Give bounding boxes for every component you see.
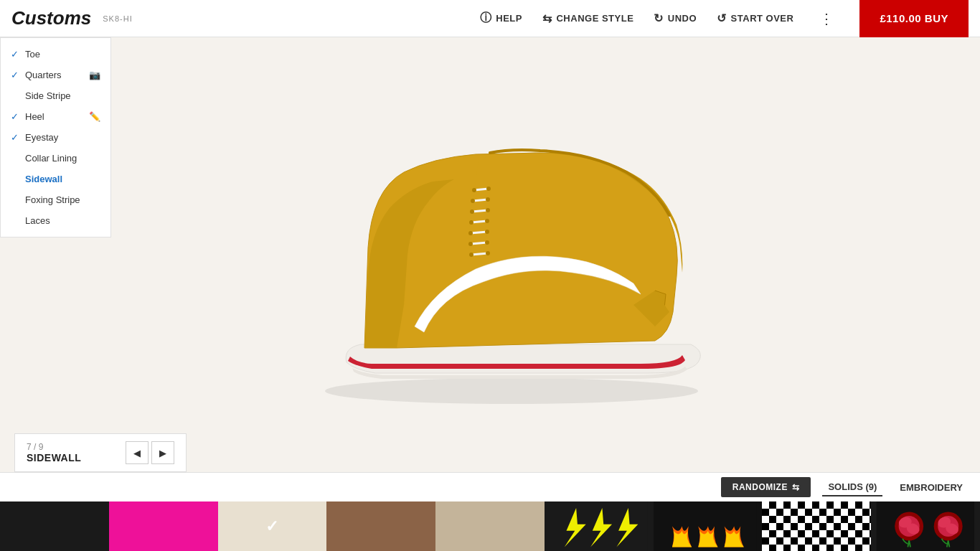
svg-point-14	[486, 251, 490, 255]
logo-text: Customs	[11, 7, 91, 29]
svg-point-7	[469, 220, 473, 225]
nav-arrows: ◀ ▶	[126, 441, 174, 464]
sidebar-item-toe[interactable]: ✓ Toe	[1, 44, 110, 65]
embroidery-tab[interactable]: EMBROIDERY	[894, 479, 969, 496]
color-bar: RANDOMIZE ⇆ SOLIDS (9) EMBROIDERY ✓	[0, 472, 980, 551]
selected-check-icon: ✓	[265, 517, 278, 536]
start-over-nav-item[interactable]: ↺ START OVER	[717, 11, 793, 25]
undo-label: UNDO	[668, 13, 697, 24]
swatch-flame[interactable]	[654, 501, 763, 551]
check-placeholder	[11, 215, 21, 226]
step-counter: 7 / 9	[27, 442, 120, 452]
current-part-label: SIDEWALL	[27, 452, 120, 463]
sidebar-menu: ✓ Toe ✓ Quarters 📷 Side Stripe ✓ Heel ✏️…	[0, 37, 111, 237]
swatch-selected[interactable]: ✓	[218, 501, 327, 551]
sidebar-item-label: Quarters	[25, 70, 62, 80]
svg-point-12	[485, 240, 489, 245]
undo-icon: ↻	[654, 11, 664, 25]
sidebar-item-label: Sidewall	[25, 174, 62, 184]
svg-point-0	[325, 378, 698, 404]
header-nav: ⓘ HELP ⇆ CHANGE STYLE ↻ UNDO ↺ START OVE…	[480, 0, 969, 37]
start-over-icon: ↺	[717, 11, 727, 25]
svg-point-9	[468, 231, 473, 235]
shuffle-icon: ⇆	[792, 482, 800, 492]
sidebar-item-heel[interactable]: ✓ Heel ✏️	[1, 106, 110, 127]
sidebar-item-eyestay[interactable]: ✓ Eyestay	[1, 127, 110, 148]
next-arrow-button[interactable]: ▶	[151, 441, 174, 464]
shoe-svg	[289, 104, 734, 405]
svg-point-10	[485, 230, 489, 234]
sidebar-item-label: Collar Lining	[25, 153, 77, 164]
start-over-label: START OVER	[731, 13, 794, 24]
sidebar-item-label: Foxing Stripe	[25, 194, 80, 205]
sidebar-item-side-stripe[interactable]: Side Stripe	[1, 85, 110, 106]
swatch-black[interactable]	[0, 501, 109, 551]
logo-subtitle: SK8-HI	[103, 14, 132, 23]
svg-point-4	[486, 197, 490, 202]
svg-point-1	[472, 188, 476, 192]
check-placeholder	[11, 90, 21, 101]
randomize-label: RANDOMIZE	[732, 482, 788, 492]
check-placeholder	[11, 153, 21, 164]
help-icon: ⓘ	[480, 11, 492, 26]
main-canvas	[0, 37, 980, 472]
sidebar-item-foxing-stripe[interactable]: Foxing Stripe	[1, 189, 110, 210]
swatch-pink[interactable]	[109, 501, 218, 551]
sidebar-item-label: Side Stripe	[25, 90, 71, 101]
header: Customs SK8-HI ⓘ HELP ⇆ CHANGE STYLE ↻ U…	[0, 0, 980, 37]
sidebar-item-label: Toe	[25, 49, 40, 60]
check-icon: ✓	[11, 132, 21, 143]
sidebar-item-laces[interactable]: Laces	[1, 210, 110, 231]
header-left: Customs SK8-HI	[11, 7, 133, 29]
check-placeholder	[11, 194, 21, 205]
svg-point-5	[470, 209, 474, 214]
undo-nav-item[interactable]: ↻ UNDO	[654, 11, 697, 25]
check-icon: ✓	[11, 49, 21, 60]
change-style-nav-item[interactable]: ⇆ CHANGE STYLE	[542, 11, 633, 25]
svg-point-2	[486, 187, 491, 191]
sidebar-item-label: Laces	[25, 215, 50, 226]
sidebar-item-label: Heel	[25, 111, 44, 122]
svg-point-13	[469, 253, 473, 257]
svg-point-11	[468, 242, 473, 246]
bottom-nav-panel: 7 / 9 SIDEWALL ◀ ▶	[14, 433, 187, 472]
randomize-button[interactable]: RANDOMIZE ⇆	[721, 477, 811, 497]
svg-point-3	[471, 199, 475, 203]
shoe-preview	[289, 104, 734, 405]
svg-point-8	[485, 219, 489, 223]
swatch-lightning[interactable]	[545, 501, 654, 551]
swatch-checker[interactable]	[762, 501, 871, 551]
logo: Customs	[11, 7, 91, 29]
svg-point-6	[486, 208, 490, 212]
solids-tab[interactable]: SOLIDS (9)	[822, 479, 882, 496]
buy-button[interactable]: £110.00 BUY	[859, 0, 969, 37]
help-label: HELP	[496, 13, 522, 24]
camera-icon: 📷	[89, 70, 100, 80]
check-placeholder	[11, 174, 21, 184]
sidebar-item-collar-lining[interactable]: Collar Lining	[1, 148, 110, 169]
sidebar-item-sidewall[interactable]: Sidewall	[1, 169, 110, 189]
check-icon: ✓	[11, 70, 21, 80]
swatch-tan[interactable]	[435, 501, 545, 551]
swatch-brown[interactable]	[326, 501, 435, 551]
change-style-icon: ⇆	[542, 11, 552, 25]
prev-arrow-button[interactable]: ◀	[126, 441, 149, 464]
swatch-rose[interactable]	[871, 501, 980, 551]
more-icon[interactable]: ⋮	[814, 10, 839, 27]
change-style-label: CHANGE STYLE	[556, 13, 633, 24]
help-nav-item[interactable]: ⓘ HELP	[480, 11, 522, 26]
sidebar-item-label: Eyestay	[25, 132, 58, 143]
color-bar-tabs: RANDOMIZE ⇆ SOLIDS (9) EMBROIDERY	[0, 473, 980, 501]
pencil-icon: ✏️	[89, 111, 100, 122]
color-swatches: ✓	[0, 501, 980, 551]
sidebar-item-quarters[interactable]: ✓ Quarters 📷	[1, 65, 110, 85]
check-icon: ✓	[11, 111, 21, 122]
